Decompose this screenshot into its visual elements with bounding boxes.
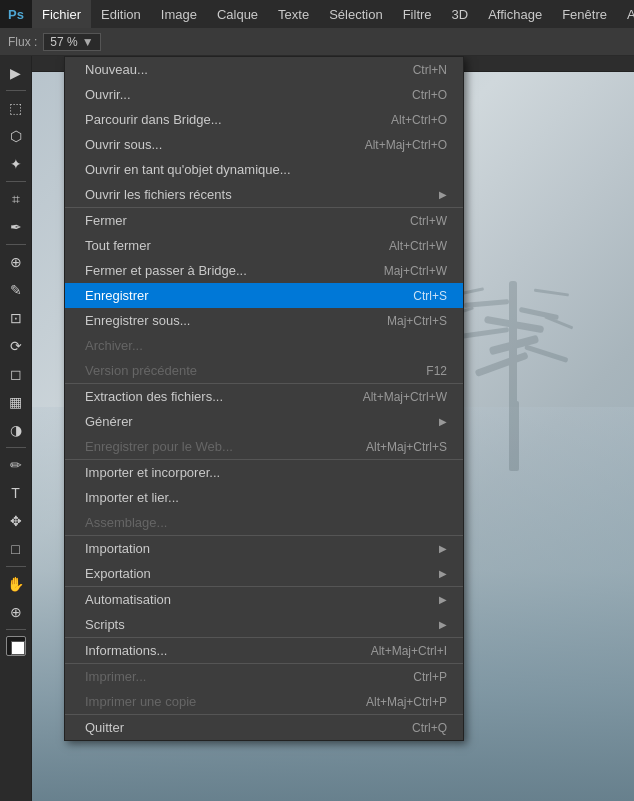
ouvrir-recents-arrow: ▶ [439,189,447,200]
section-automation: Automatisation ▶ Scripts ▶ [65,587,463,638]
enreg-web-label: Enregistrer pour le Web... [85,439,336,454]
fermer-shortcut: Ctrl+W [410,214,447,228]
fermer-label: Fermer [85,213,380,228]
fermer-bridge-shortcut: Maj+Ctrl+W [384,264,447,278]
flux-label: Flux : [8,35,37,49]
menu-item-ouvrir[interactable]: Ouvrir... Ctrl+O [65,82,463,107]
menu-aide[interactable]: Aide [617,0,634,28]
svg-rect-10 [534,289,569,297]
options-bar: Flux : 57 % ▼ [0,28,634,56]
tool-crop[interactable]: ⌗ [3,186,29,212]
menu-fenetre[interactable]: Fenêtre [552,0,617,28]
section-new-open: Nouveau... Ctrl+N Ouvrir... Ctrl+O Parco… [65,57,463,208]
menu-item-imprimer: Imprimer... Ctrl+P [65,664,463,689]
menu-item-fermer[interactable]: Fermer Ctrl+W [65,208,463,233]
tool-move[interactable]: ▶ [3,60,29,86]
menu-item-extraction[interactable]: Extraction des fichiers... Alt+Maj+Ctrl+… [65,384,463,409]
menu-item-imprimer-copie: Imprimer une copie Alt+Maj+Ctrl+P [65,689,463,714]
menu-affichage[interactable]: Affichage [478,0,552,28]
tool-marquee[interactable]: ⬚ [3,95,29,121]
main-area: ▶ ⬚ ⬡ ✦ ⌗ ✒ ⊕ ✎ ⊡ ⟳ ◻ ▦ ◑ ✏ T ✥ □ ✋ ⊕ 10… [0,56,634,801]
section-extract: Extraction des fichiers... Alt+Maj+Ctrl+… [65,384,463,460]
imprimer-label: Imprimer... [85,669,383,684]
menu-item-importer-lier[interactable]: Importer et lier... [65,485,463,510]
tool-eyedropper[interactable]: ✒ [3,214,29,240]
menu-image[interactable]: Image [151,0,207,28]
tool-foreground-color[interactable] [6,636,26,656]
tool-zoom[interactable]: ⊕ [3,599,29,625]
menu-item-quitter[interactable]: Quitter Ctrl+Q [65,715,463,740]
menu-item-exportation[interactable]: Exportation ▶ [65,561,463,586]
tool-separator-1 [6,90,26,91]
tool-separator-5 [6,566,26,567]
chevron-down-icon: ▼ [82,35,94,49]
menu-texte[interactable]: Texte [268,0,319,28]
tool-eraser[interactable]: ◻ [3,361,29,387]
tool-separator-3 [6,244,26,245]
tool-brush[interactable]: ✎ [3,277,29,303]
svg-rect-0 [509,401,519,471]
svg-rect-3 [475,352,529,377]
ouvrir-shortcut: Ctrl+O [412,88,447,102]
tool-gradient[interactable]: ▦ [3,389,29,415]
menu-selection[interactable]: Sélection [319,0,392,28]
ouvrir-label: Ouvrir... [85,87,382,102]
imprimer-copie-label: Imprimer une copie [85,694,336,709]
menu-3d[interactable]: 3D [442,0,479,28]
fermer-bridge-label: Fermer et passer à Bridge... [85,263,354,278]
menu-item-fermer-bridge[interactable]: Fermer et passer à Bridge... Maj+Ctrl+W [65,258,463,283]
menu-item-generer[interactable]: Générer ▶ [65,409,463,434]
menu-item-ouvrir-objet[interactable]: Ouvrir en tant qu'objet dynamique... [65,157,463,182]
menu-item-importer-incorporer[interactable]: Importer et incorporer... [65,460,463,485]
enregistrer-sous-shortcut: Maj+Ctrl+S [387,314,447,328]
tool-pen[interactable]: ✏ [3,452,29,478]
tout-fermer-shortcut: Alt+Ctrl+W [389,239,447,253]
generer-arrow: ▶ [439,416,447,427]
tool-dodge[interactable]: ◑ [3,417,29,443]
menu-item-automatisation[interactable]: Automatisation ▶ [65,587,463,612]
menu-item-tout-fermer[interactable]: Tout fermer Alt+Ctrl+W [65,233,463,258]
tool-spot-heal[interactable]: ⊕ [3,249,29,275]
menu-item-scripts[interactable]: Scripts ▶ [65,612,463,637]
informations-shortcut: Alt+Maj+Ctrl+I [371,644,447,658]
section-print: Imprimer... Ctrl+P Imprimer une copie Al… [65,664,463,715]
svg-rect-5 [464,299,509,308]
tool-magic-wand[interactable]: ✦ [3,151,29,177]
zoom-percent[interactable]: 57 % ▼ [43,33,100,51]
menubar: Ps Fichier Edition Image Calque Texte Sé… [0,0,634,28]
tool-separator-6 [6,629,26,630]
nouveau-shortcut: Ctrl+N [413,63,447,77]
tool-lasso[interactable]: ⬡ [3,123,29,149]
imprimer-shortcut: Ctrl+P [413,670,447,684]
menu-item-enregistrer-sous[interactable]: Enregistrer sous... Maj+Ctrl+S [65,308,463,333]
tool-text[interactable]: T [3,480,29,506]
tool-history[interactable]: ⟳ [3,333,29,359]
menu-item-enregistrer[interactable]: Enregistrer Ctrl+S [65,283,463,308]
extraction-label: Extraction des fichiers... [85,389,333,404]
tool-clone[interactable]: ⊡ [3,305,29,331]
menu-filtre[interactable]: Filtre [393,0,442,28]
menu-calque[interactable]: Calque [207,0,268,28]
tool-separator-4 [6,447,26,448]
menu-item-nouveau[interactable]: Nouveau... Ctrl+N [65,57,463,82]
menu-item-ouvrir-recents[interactable]: Ouvrir les fichiers récents ▶ [65,182,463,207]
ps-logo: Ps [0,0,32,28]
tool-path-select[interactable]: ✥ [3,508,29,534]
menu-item-importation[interactable]: Importation ▶ [65,536,463,561]
generer-label: Générer [85,414,431,429]
svg-rect-4 [509,281,517,411]
menu-item-parcourir[interactable]: Parcourir dans Bridge... Alt+Ctrl+O [65,107,463,132]
menu-fichier[interactable]: Fichier [32,0,91,28]
menu-item-informations[interactable]: Informations... Alt+Maj+Ctrl+I [65,638,463,663]
canvas-area: 1000 1200 1400 1600 1800 [32,56,634,801]
importer-lier-label: Importer et lier... [85,490,447,505]
informations-label: Informations... [85,643,341,658]
menu-items: Fichier Edition Image Calque Texte Sélec… [32,0,634,28]
menu-item-ouvrir-sous[interactable]: Ouvrir sous... Alt+Maj+Ctrl+O [65,132,463,157]
imprimer-copie-shortcut: Alt+Maj+Ctrl+P [366,695,447,709]
tool-hand[interactable]: ✋ [3,571,29,597]
ouvrir-sous-shortcut: Alt+Maj+Ctrl+O [365,138,447,152]
tool-shape[interactable]: □ [3,536,29,562]
menu-edition[interactable]: Edition [91,0,151,28]
importation-label: Importation [85,541,431,556]
